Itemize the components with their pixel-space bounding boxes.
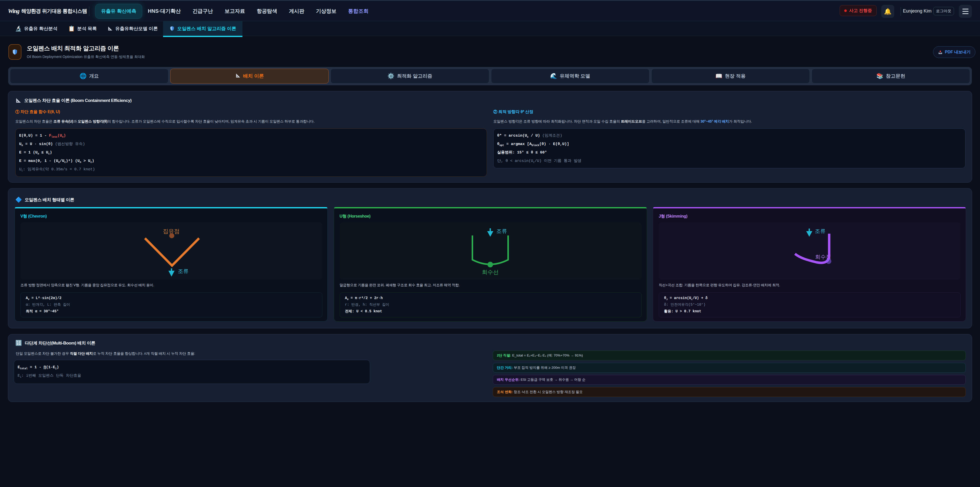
svg-text:회수선: 회수선 bbox=[482, 269, 499, 275]
svg-text:조류: 조류 bbox=[496, 228, 507, 234]
svg-text:조류: 조류 bbox=[178, 268, 189, 274]
svg-text:조류: 조류 bbox=[815, 228, 826, 234]
